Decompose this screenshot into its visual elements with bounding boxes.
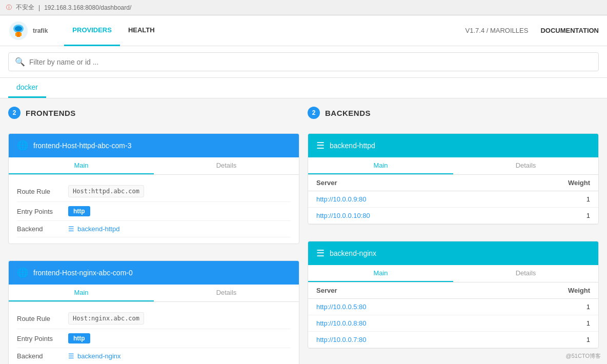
frontend-1-name: frontend-Host-httpd-abc-com-3 [33,141,131,150]
backend-1-server-1-weight: 1 [549,195,590,203]
svg-rect-4 [15,33,17,36]
search-icon: 🔍 [15,57,25,67]
frontend-card-2-header: 🌐 frontend-Host-nginx-abc-com-0 [9,261,299,285]
frontend-2-backend-row: Backend ☰ backend-nginx [17,348,291,364]
frontend-globe-icon-2: 🌐 [17,267,28,278]
backend-1-tab-main[interactable]: Main [308,157,453,174]
tab-docker[interactable]: docker [8,78,46,98]
backend-2-server-2-link[interactable]: http://10.0.0.8:80 [316,319,367,327]
frontend-card-2: 🌐 frontend-Host-nginx-abc-com-0 Main Det… [8,260,299,364]
frontend-2-backend-name: backend-nginx [77,352,121,360]
frontend-2-entrypoints-label: Entry Points [17,335,68,342]
documentation-link[interactable]: DOCUMENTATION [540,27,599,34]
watermark: @51CTO博客 [566,352,601,360]
svg-point-2 [15,26,22,31]
header-right: V1.7.4 / MAROILLES DOCUMENTATION [466,27,599,34]
app-logo: trafik [8,21,48,41]
backend-card-2-header: ☰ backend-nginx [308,241,598,265]
backend-2-server-3-weight: 1 [549,336,590,343]
frontend-1-route-row: Route Rule Host:httpd.abc.com [17,181,291,202]
frontend-1-route-label: Route Rule [17,188,68,195]
backend-2-server-1-weight: 1 [549,303,590,311]
browser-url: 192.168.3.168:8080/dashboard/ [44,4,131,11]
backend-2-table-header: Server Weight [308,282,598,299]
frontend-1-backend-link[interactable]: ☰ backend-httpd [68,225,119,233]
frontend-2-entrypoints-row: Entry Points http [17,329,291,348]
frontend-1-backend-name: backend-httpd [77,225,119,233]
backend-server-icon-1: ☰ [316,140,325,151]
frontend-2-route-row: Route Rule Host:nginx.abc.com [17,308,291,329]
backend-1-server-row-2: http://10.0.0.10:80 1 [308,208,598,224]
backend-1-tab-details[interactable]: Details [453,157,598,174]
backends-column: 2 BACKENDS ☰ backend-httpd Main Details … [308,107,599,364]
frontends-section-header: 2 FRONTENDS [8,107,299,119]
backend-2-server-row-2: http://10.0.0.8:80 1 [308,315,598,332]
backend-2-col-server-header: Server [316,287,549,294]
search-input[interactable] [29,58,592,66]
backend-link-icon-2: ☰ [68,352,74,360]
search-box: 🔍 [8,52,599,71]
main-content: 2 FRONTENDS 🌐 frontend-Host-httpd-abc-co… [0,98,607,364]
backend-2-tab-main[interactable]: Main [308,265,453,282]
backend-1-name: backend-httpd [330,141,375,150]
frontend-1-body: Route Rule Host:httpd.abc.com Entry Poin… [9,175,299,244]
security-label: 不安全 [16,3,34,12]
frontend-1-route-value: Host:httpd.abc.com [68,185,144,197]
frontend-2-tabs: Main Details [9,285,299,302]
backends-section-header: 2 BACKENDS [308,107,599,119]
frontends-column: 2 FRONTENDS 🌐 frontend-Host-httpd-abc-co… [8,107,299,364]
frontend-globe-icon: 🌐 [17,140,28,151]
backend-1-server-2-link[interactable]: http://10.0.0.10:80 [316,212,370,219]
logo-text: trafik [33,27,48,34]
backend-2-name: backend-nginx [330,249,376,257]
backend-2-tabs: Main Details [308,265,598,282]
backend-2-server-row-1: http://10.0.0.5:80 1 [308,299,598,315]
frontend-1-entrypoints-row: Entry Points http [17,202,291,221]
backend-2-server-3-link[interactable]: http://10.0.0.7:80 [316,336,367,343]
backend-1-tabs: Main Details [308,157,598,175]
nav-health[interactable]: HEALTH [120,15,163,46]
security-icon: ⓘ [6,4,12,11]
main-nav: PROVIDERS HEALTH [64,15,163,46]
frontend-1-tab-details[interactable]: Details [154,157,299,174]
frontend-2-tab-main[interactable]: Main [9,285,154,301]
frontend-1-backend-row: Backend ☰ backend-httpd [17,221,291,237]
backend-1-col-server-header: Server [316,179,549,187]
backends-count-badge: 2 [308,107,320,119]
frontend-card-1-header: 🌐 frontend-Host-httpd-abc-com-3 [9,134,299,157]
backend-card-2: ☰ backend-nginx Main Details Server Weig… [308,241,599,349]
frontend-2-backend-link[interactable]: ☰ backend-nginx [68,352,121,360]
backend-1-col-weight-header: Weight [549,179,590,187]
tabs-container: docker [0,78,607,98]
frontend-2-name: frontend-Host-nginx-abc-com-0 [33,269,133,277]
frontend-card-1: 🌐 frontend-Host-httpd-abc-com-3 Main Det… [8,133,299,244]
frontend-2-tab-details[interactable]: Details [154,285,299,301]
search-container: 🔍 [0,46,607,78]
backend-1-server-row-1: http://10.0.0.9:80 1 [308,191,598,208]
frontends-title: FRONTENDS [26,109,76,117]
backend-1-table-header: Server Weight [308,175,598,191]
backend-server-icon-2: ☰ [316,248,325,259]
frontend-1-entrypoints-badge: http [68,206,90,216]
backend-2-col-weight-header: Weight [549,287,590,294]
frontend-1-tabs: Main Details [9,157,299,175]
nav-providers[interactable]: PROVIDERS [64,15,120,46]
backend-1-server-2-weight: 1 [549,212,590,219]
browser-bar: ⓘ 不安全 | 192.168.3.168:8080/dashboard/ [0,0,607,15]
frontend-2-route-value: Host:nginx.abc.com [68,312,144,325]
backend-2-server-2-weight: 1 [549,319,590,327]
app-header: trafik PROVIDERS HEALTH V1.7.4 / MAROILL… [0,15,607,46]
frontend-2-route-label: Route Rule [17,315,68,322]
frontend-1-entrypoints-label: Entry Points [17,208,68,215]
backend-2-server-row-3: http://10.0.0.7:80 1 [308,332,598,348]
frontend-1-tab-main[interactable]: Main [9,157,154,174]
version-text: V1.7.4 / MAROILLES [466,27,529,34]
backend-1-server-1-link[interactable]: http://10.0.0.9:80 [316,195,367,203]
backend-link-icon: ☰ [68,225,74,233]
backend-2-server-1-link[interactable]: http://10.0.0.5:80 [316,303,367,311]
svg-rect-5 [19,33,22,36]
backend-2-tab-details[interactable]: Details [453,265,598,282]
backends-title: BACKENDS [325,109,371,117]
frontend-2-backend-label: Backend [17,352,68,360]
frontend-1-backend-label: Backend [17,225,68,233]
